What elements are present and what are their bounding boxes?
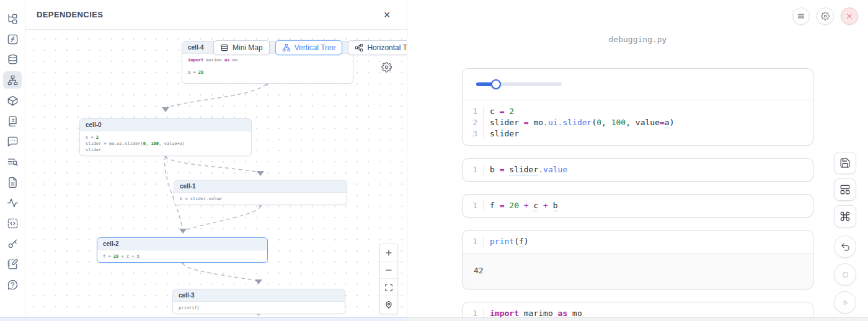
view-button-vertical-tree[interactable]: Vertical Tree (275, 40, 343, 55)
dependencies-panel: DEPENDENCIES ✕ (25, 0, 407, 317)
notebook-cell-cell-3: 1print(f)42 (462, 230, 813, 289)
code-editor[interactable]: 1print(f) (463, 231, 813, 253)
zoom-out-button[interactable] (380, 262, 397, 279)
location-pin-icon (384, 301, 393, 309)
line-number-gutter: 1 (463, 164, 484, 175)
code-editor[interactable]: 1b = slider.value (463, 159, 813, 181)
marimo-app: DEPENDENCIES ✕ (0, 0, 868, 321)
notebook-cell-cell-2: 1f = 20 + c + b (462, 194, 813, 218)
panel-title: DEPENDENCIES (37, 10, 103, 19)
code-line: b = slider.value (180, 196, 341, 202)
sidebar-item-secrets[interactable] (3, 235, 22, 252)
activity-icon (7, 197, 19, 209)
graph-node-cell-1[interactable]: cell-1b = slider.value (174, 180, 347, 205)
line-number-gutter: 123 (463, 106, 484, 139)
code-line: f = 20 + c + b (103, 253, 262, 260)
code-lines: f = 20 + c + b (484, 200, 558, 211)
console-output: 42 (463, 253, 813, 289)
sidebar-item-snippets[interactable] (3, 214, 22, 232)
sidebar-item-help[interactable] (3, 276, 22, 293)
sidebar-item-datasources[interactable] (3, 51, 22, 68)
code-snippet-icon (7, 218, 19, 229)
code-lines: print(f) (484, 236, 529, 247)
sidebar-item-tracing[interactable] (3, 194, 22, 211)
notebook-bottom-edge (407, 317, 868, 321)
sidebar-item-logs[interactable] (3, 153, 22, 170)
graph-node-label: cell-1 (174, 180, 347, 193)
sidebar-item-chat[interactable] (3, 133, 22, 150)
slider-widget[interactable] (476, 79, 562, 89)
keyboard-shortcuts-button[interactable] (834, 205, 856, 227)
graph-node-cell-2[interactable]: cell-2f = 20 + c + b (97, 237, 268, 263)
center-view-button[interactable] (380, 296, 397, 314)
panel-bottom-edge (0, 317, 407, 321)
code-editor[interactable]: 123c = 2slider = mo.ui.slider(0, 100, va… (463, 100, 813, 145)
code-line: slider (490, 128, 674, 139)
code-line (188, 63, 347, 69)
view-button-horizontal-tree[interactable]: Horizontal Tree (348, 40, 407, 55)
code-line: b = slider.value (490, 164, 567, 175)
graph-node-code: b = slider.value (174, 193, 347, 204)
save-button[interactable] (834, 152, 856, 174)
dependency-graph-icon (7, 74, 19, 86)
notebook-cell-cell-1: 1b = slider.value (462, 158, 813, 182)
settings-button[interactable] (817, 7, 834, 25)
gear-icon[interactable] (381, 62, 392, 73)
notebook-pen-icon (7, 258, 19, 270)
layout-button[interactable] (834, 178, 856, 201)
graph-node-code: f = 20 + c + b (97, 250, 267, 262)
graph-node-code: import marimo as mo a = 20 (182, 54, 353, 78)
code-line: c = 2 (490, 106, 674, 117)
undo-button[interactable] (834, 235, 856, 258)
command-icon (839, 211, 851, 222)
zoom-in-button[interactable] (380, 244, 397, 262)
code-line: f = 20 + c + b (490, 200, 558, 211)
dependency-graph-canvas[interactable]: cell-4import marimo as mo a = 20cell-0c … (25, 30, 407, 317)
sidebar-item-scratchpad[interactable] (3, 255, 22, 273)
close-icon (845, 12, 854, 20)
slider-thumb[interactable] (491, 79, 501, 89)
stop-button[interactable] (834, 263, 856, 286)
menu-button[interactable] (792, 7, 810, 25)
horizontal-tree-icon (355, 43, 363, 52)
graph-node-label: cell-2 (97, 238, 267, 250)
sidebar-item-file-explorer[interactable] (3, 10, 22, 27)
folder-tree-icon (7, 13, 19, 25)
list-search-icon (7, 156, 19, 168)
left-icon-rail (0, 0, 25, 321)
sidebar-item-documentation[interactable] (3, 112, 22, 130)
key-icon (7, 238, 19, 250)
play-icon (840, 297, 851, 308)
graph-node-cell-0[interactable]: cell-0c = 2slider = mo.ui.slider(0, 100,… (79, 118, 252, 156)
sidebar-item-variables[interactable] (3, 30, 22, 48)
run-controls (834, 235, 856, 314)
cells-column: 123c = 2slider = mo.ui.slider(0, 100, va… (462, 68, 813, 321)
view-button-label: Mini Map (232, 43, 263, 52)
graph-zoom-controls (379, 244, 398, 314)
run-button[interactable] (834, 291, 856, 314)
file-text-icon (7, 177, 19, 188)
close-panel-button[interactable]: ✕ (381, 9, 393, 21)
view-button-label: Horizontal Tree (367, 43, 407, 52)
shutdown-button[interactable] (841, 7, 858, 25)
view-button-mini-map[interactable]: Mini Map (213, 40, 270, 55)
code-line: print(f) (490, 236, 529, 247)
sidebar-item-packages[interactable] (3, 92, 22, 109)
sidebar-item-outline[interactable] (3, 174, 22, 191)
function-icon (7, 33, 19, 45)
code-editor[interactable]: 1f = 20 + c + b (463, 195, 813, 217)
layout-panel-icon (839, 184, 851, 195)
plus-icon (384, 248, 393, 257)
graph-node-label: cell-0 (80, 119, 251, 131)
code-line: slider = mo.ui.slider(0, 100, value=a) (86, 141, 246, 147)
graph-node-code: print(f) (173, 302, 345, 314)
code-line: c = 2 (86, 134, 246, 141)
graph-settings-gear-icon[interactable] (381, 62, 392, 75)
sidebar-item-dependencies[interactable] (3, 71, 22, 89)
code-line: slider = mo.ui.slider(0, 100, value=a) (490, 117, 674, 128)
fit-view-button[interactable] (380, 279, 397, 296)
code-line: slider (86, 147, 246, 153)
graph-node-cell-3[interactable]: cell-3print(f) (172, 289, 345, 314)
code-lines: b = slider.value (484, 164, 567, 175)
package-icon (7, 95, 19, 107)
